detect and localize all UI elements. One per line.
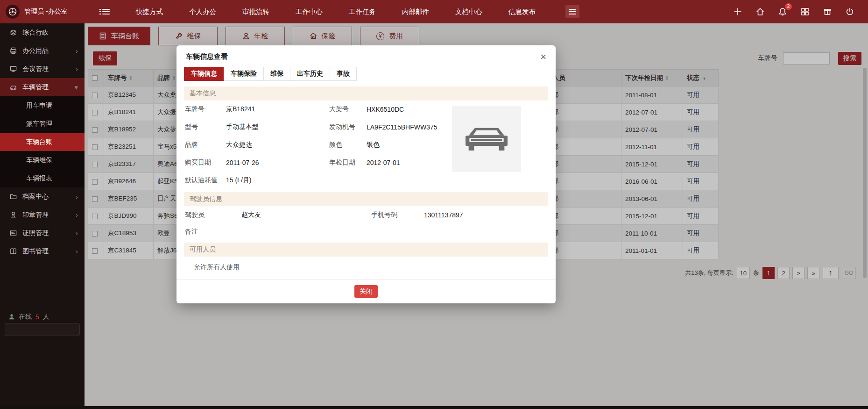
home-icon[interactable] xyxy=(755,7,765,17)
sidebar-search xyxy=(5,323,80,336)
field-brand: 大众捷达 xyxy=(226,141,329,149)
topnav-item[interactable]: 信息发布 xyxy=(495,0,549,23)
field-label: 手机号码 xyxy=(371,211,424,219)
theme-package-icon[interactable] xyxy=(822,7,833,17)
printer-icon xyxy=(9,47,17,55)
section-basic-info: 基本信息 xyxy=(184,86,548,100)
menu-toggle-icon[interactable] xyxy=(99,9,110,14)
top-navigation: 快捷方式个人办公审批流转工作中心工作任务内部邮件文档中心信息发布 xyxy=(123,0,549,23)
chevron-right-icon: › xyxy=(76,47,78,55)
chevron-down-icon: ▾ xyxy=(74,83,78,92)
modal-tab[interactable]: 车辆保险 xyxy=(224,67,264,81)
monitor-icon xyxy=(9,65,17,73)
footer-strip xyxy=(0,406,868,409)
modal-tab[interactable]: 出车历史 xyxy=(290,67,330,81)
more-menu-icon[interactable] xyxy=(565,5,579,18)
sidebar-item-label: 印章管理 xyxy=(22,211,49,219)
field-label: 大架号 xyxy=(329,105,367,114)
id-card-icon xyxy=(9,230,17,237)
chevron-right-icon: › xyxy=(76,193,78,201)
vehicle-photo xyxy=(452,106,521,172)
stamp-icon xyxy=(9,211,17,219)
online-label: 在线 xyxy=(19,313,32,321)
topnav-item[interactable]: 文档中心 xyxy=(442,0,495,23)
topnav-item[interactable]: 个人办公 xyxy=(176,0,229,23)
field-label: 驾驶员 xyxy=(185,211,241,219)
modal-tab[interactable]: 车辆信息 xyxy=(184,67,224,81)
sidebar-subitem-label: 车辆维保 xyxy=(26,156,52,165)
field-label: 型号 xyxy=(185,123,226,131)
allow-all-text: 允许所有人使用 xyxy=(184,257,548,279)
power-icon[interactable] xyxy=(845,7,855,17)
online-unit: 人 xyxy=(43,313,49,321)
modal-title: 车辆信息查看 xyxy=(186,52,228,61)
sidebar-subitem[interactable]: 车辆维保 xyxy=(0,151,85,169)
field-phone: 13011137897 xyxy=(424,211,547,219)
topnav-item[interactable]: 工作任务 xyxy=(336,0,389,23)
chevron-right-icon: › xyxy=(76,211,78,219)
sidebar-subitem-label: 车辆台账 xyxy=(26,138,52,146)
field-label: 年检日期 xyxy=(329,158,367,167)
vehicle-info-modal: 车辆信息查看 × 车辆信息车辆保险维保出车历史事故 基本信息 车牌号 京B182… xyxy=(176,45,556,303)
sidebar-subitem[interactable]: 车辆台账 xyxy=(0,133,85,151)
apps-grid-icon[interactable] xyxy=(800,7,810,17)
folder-icon xyxy=(9,193,17,201)
sidebar-item-archives[interactable]: 档案中心 › xyxy=(0,187,85,206)
sidebar-search-input[interactable] xyxy=(9,326,91,333)
close-icon[interactable]: × xyxy=(540,53,546,61)
person-icon xyxy=(8,314,15,320)
sidebar-item-meeting-management[interactable]: 会议管理 › xyxy=(0,60,85,78)
modal-tab[interactable]: 事故 xyxy=(330,67,357,81)
topnav-item[interactable]: 快捷方式 xyxy=(123,0,176,23)
sidebar-item-label: 车辆管理 xyxy=(22,83,49,92)
topbar-actions: 2 xyxy=(733,7,868,17)
sidebar-subitem[interactable]: 用车申请 xyxy=(0,96,85,115)
topbar: 管理员 -办公室 快捷方式个人办公审批流转工作中心工作任务内部邮件文档中心信息发… xyxy=(0,0,868,23)
sidebar-subitem-label: 用车申请 xyxy=(26,101,52,110)
book-icon xyxy=(9,248,17,255)
online-count: 5 xyxy=(35,313,39,321)
sidebar-item-seal-management[interactable]: 印章管理 › xyxy=(0,206,85,224)
field-model: 手动基本型 xyxy=(226,123,329,131)
notification-bell-icon[interactable]: 2 xyxy=(777,7,788,17)
add-icon[interactable] xyxy=(733,7,743,17)
sidebar-item-label: 证照管理 xyxy=(22,229,49,237)
topnav-item[interactable]: 工作中心 xyxy=(282,0,336,23)
field-label: 购买日期 xyxy=(185,158,226,167)
topnav-item[interactable]: 审批流转 xyxy=(229,0,282,23)
brand: 管理员 -办公室 xyxy=(0,5,85,19)
topnav-item[interactable]: 内部邮件 xyxy=(389,0,442,23)
sidebar-item-label: 会议管理 xyxy=(22,65,49,73)
sidebar-subitem[interactable]: 车辆报表 xyxy=(0,169,85,187)
field-driver: 赵大友 xyxy=(241,211,371,219)
field-fuel: 15 (L/月) xyxy=(226,176,329,185)
sidebar-item-label: 档案中心 xyxy=(22,193,49,201)
sidebar-subitem[interactable]: 派车管理 xyxy=(0,115,85,133)
sidebar-subitem-label: 车辆报表 xyxy=(26,174,52,183)
car-icon xyxy=(9,84,17,91)
online-status: 在线 5 人 xyxy=(8,313,49,321)
chevron-right-icon: › xyxy=(76,247,78,255)
field-label: 车牌号 xyxy=(185,105,226,114)
brand-text: 管理员 -办公室 xyxy=(24,7,68,16)
sidebar-item-book-management[interactable]: 图书管理 › xyxy=(0,242,85,260)
favorite-star-icon[interactable]: ☆ xyxy=(848,33,856,43)
field-plate: 京B18241 xyxy=(226,105,329,114)
chevron-right-icon: › xyxy=(76,65,78,73)
car-image xyxy=(463,122,510,155)
sidebar-item-office-supplies[interactable]: 办公用品 › xyxy=(0,42,85,60)
modal-close-button[interactable]: 关闭 xyxy=(354,285,378,298)
modal-tab[interactable]: 维保 xyxy=(263,67,290,81)
sidebar: 综合行政 办公用品 › 会议管理 › 车辆管理 ▾ 用车申请 派车管理 车辆台账 xyxy=(0,23,85,409)
notification-badge: 2 xyxy=(785,3,792,10)
modal-tabbar: 车辆信息车辆保险维保出车历史事故 xyxy=(176,66,556,81)
sidebar-item-license-management[interactable]: 证照管理 › xyxy=(0,224,85,242)
field-buy-date: 2011-07-26 xyxy=(226,159,329,166)
section-available-users: 可用人员 xyxy=(184,243,548,257)
sidebar-item-label: 办公用品 xyxy=(22,47,49,55)
sidebar-item-label: 综合行政 xyxy=(22,29,49,37)
sidebar-item-general-admin[interactable]: 综合行政 xyxy=(0,23,85,42)
sidebar-item-vehicle-management[interactable]: 车辆管理 ▾ xyxy=(0,78,85,96)
field-label: 颜色 xyxy=(329,141,367,149)
app-logo-icon xyxy=(6,5,20,19)
